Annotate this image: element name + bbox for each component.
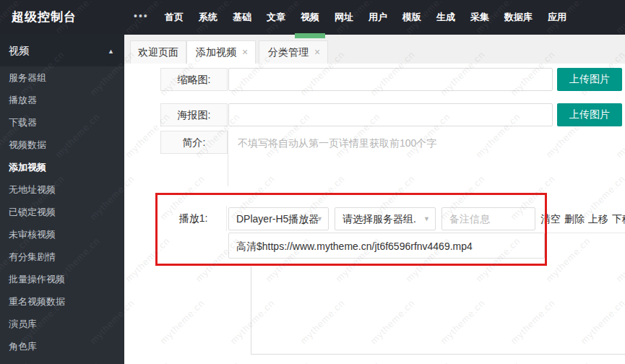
player1-label: 播放1: [160, 206, 227, 231]
move-down-link[interactable]: 下移 [612, 207, 625, 230]
sidebar-header-video[interactable]: 视频 ▲ [0, 35, 124, 66]
chevron-down-icon: ▼ [423, 208, 430, 230]
close-icon[interactable]: × [314, 46, 320, 58]
upload-thumbnail-button[interactable]: 上传图片 [557, 68, 622, 91]
sidebar-item-locked-video[interactable]: 已锁定视频 [0, 201, 124, 223]
move-up-link[interactable]: 上移 [588, 207, 608, 230]
server-group-select-value: 请选择服务器组. [335, 208, 435, 230]
nav-item-system[interactable]: 系统 [199, 0, 217, 35]
sidebar-header-label: 视频 [9, 45, 29, 56]
nav-item-database[interactable]: 数据库 [504, 0, 533, 35]
thumbnail-label: 缩略图: [160, 68, 228, 91]
poster-input[interactable] [228, 103, 553, 126]
tab-add-video-label: 添加视频 [196, 46, 236, 58]
player-row-actions: 清空 删除 上移 下移 [540, 207, 625, 230]
sidebar-item-server-group[interactable]: 服务器组 [0, 66, 124, 89]
clear-link[interactable]: 清空 [540, 207, 561, 230]
nav-item-basic[interactable]: 基础 [233, 0, 251, 35]
tab-category-manage-label: 分类管理 [268, 46, 309, 58]
nav-item-video[interactable]: 视频 [301, 0, 319, 35]
sidebar-item-no-url-video[interactable]: 无地址视频 [0, 178, 124, 201]
intro-divider-line [228, 131, 228, 186]
chevron-down-icon: ▼ [316, 208, 323, 230]
tab-category-manage[interactable]: 分类管理× [259, 40, 328, 64]
tab-add-video[interactable]: 添加视频× [186, 40, 256, 64]
sidebar-item-duplicate-video[interactable]: 重名视频数据 [0, 290, 124, 313]
nav-item-home[interactable]: 首页 [165, 0, 184, 35]
server-group-select[interactable]: 请选择服务器组. ▼ [335, 207, 436, 230]
topbar: 超级控制台 ••• 首页 系统 基础 文章 视频 网址 用户 模版 生成 采集 … [0, 0, 625, 35]
table-border-line [251, 354, 625, 355]
row-divider-line [547, 233, 625, 233]
nav-item-app[interactable]: 应用 [548, 0, 566, 35]
sidebar-item-video-data[interactable]: 视频数据 [0, 134, 124, 156]
app-title: 超级控制台 [12, 0, 77, 35]
player-select-value: DPlayer-H5播放器 [229, 208, 328, 230]
upload-poster-button[interactable]: 上传图片 [557, 103, 622, 126]
player-select[interactable]: DPlayer-H5播放器 ▼ [228, 207, 329, 230]
intro-textarea[interactable] [229, 131, 547, 186]
nav-item-generate[interactable]: 生成 [436, 0, 455, 35]
sidebar-item-actor-library[interactable]: 演员库 [0, 313, 124, 335]
nav-item-url[interactable]: 网址 [335, 0, 353, 35]
delete-link[interactable]: 删除 [564, 207, 585, 230]
nav-item-collect[interactable]: 采集 [470, 0, 489, 35]
sidebar-item-batch-video[interactable]: 批量操作视频 [0, 268, 124, 290]
nav-item-template[interactable]: 模版 [402, 0, 421, 35]
tab-welcome-label: 欢迎页面 [138, 46, 178, 58]
sidebar-item-unreviewed-video[interactable]: 未审核视频 [0, 223, 124, 246]
menu-dots-icon[interactable]: ••• [134, 0, 149, 33]
thumbnail-input[interactable] [228, 68, 553, 91]
sidebar-item-add-video[interactable]: 添加视频 [0, 156, 124, 178]
top-nav: 首页 系统 基础 文章 视频 网址 用户 模版 生成 采集 数据库 应用 [165, 0, 566, 35]
poster-label: 海报图: [160, 103, 228, 126]
collapse-arrow-icon: ▲ [108, 35, 114, 67]
sidebar: 视频 ▲ 服务器组 播放器 下载器 视频数据 添加视频 无地址视频 已锁定视频 … [0, 35, 124, 364]
note-input[interactable] [441, 207, 535, 230]
tab-bar: 欢迎页面 添加视频× 分类管理× [124, 35, 625, 64]
nav-item-article[interactable]: 文章 [267, 0, 285, 35]
intro-label: 简介: [160, 131, 228, 154]
video-url-textarea[interactable]: 高清$https://www.mytheme.cn/jt6f6596rfnv44… [228, 233, 545, 259]
sidebar-item-role-library[interactable]: 角色库 [0, 335, 124, 358]
table-border-line [251, 266, 251, 354]
add-video-form: 缩略图: 上传图片 海报图: 上传图片 简介: 播放1: DPlayer-H5播… [124, 64, 625, 364]
close-icon[interactable]: × [242, 46, 248, 58]
nav-item-user[interactable]: 用户 [368, 0, 387, 35]
tab-welcome[interactable]: 欢迎页面 [130, 40, 186, 64]
sidebar-item-downloader[interactable]: 下载器 [0, 111, 124, 134]
sidebar-item-player[interactable]: 播放器 [0, 89, 124, 111]
sidebar-item-episode-plot[interactable]: 有分集剧情 [0, 246, 124, 268]
